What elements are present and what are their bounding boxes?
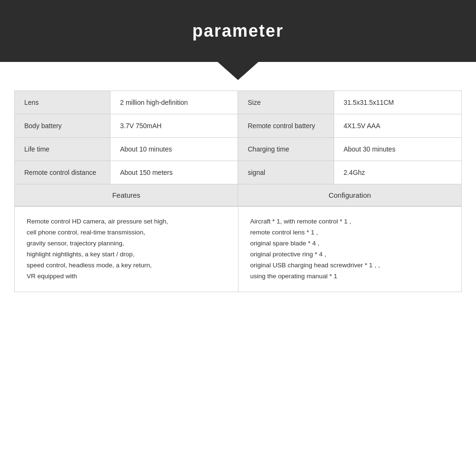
features-row: Remote control HD camera, air pressure s… xyxy=(15,207,462,292)
label-size: Size xyxy=(238,91,334,114)
value-size: 31.5x31.5x11CM xyxy=(334,91,461,114)
page-title: parameter xyxy=(192,21,284,41)
header-arrow-decoration xyxy=(217,61,259,80)
value-charging-time: About 30 minutes xyxy=(334,138,461,161)
table-row: Lens 2 million high-definition Size 31.5… xyxy=(15,91,462,114)
table-row: Body battery 3.7V 750mAH Remote control … xyxy=(15,114,462,138)
label-body-battery: Body battery xyxy=(15,114,110,138)
configuration-header: Configuration xyxy=(238,184,462,206)
configuration-text: Aircraft * 1, with remote control * 1 , … xyxy=(238,207,462,292)
value-life-time: About 10 minutes xyxy=(110,138,238,161)
features-content-text: Remote control HD camera, air pressure s… xyxy=(27,218,168,280)
value-rc-distance: About 150 meters xyxy=(110,161,238,184)
value-signal: 2.4Ghz xyxy=(334,161,461,184)
features-header: Features xyxy=(15,184,238,206)
label-rc-distance: Remote control distance xyxy=(15,161,110,184)
label-rc-battery: Remote control battery xyxy=(238,114,334,138)
label-charging-time: Charging time xyxy=(238,138,334,161)
section-header-row: Features Configuration xyxy=(15,184,462,206)
label-life-time: Life time xyxy=(15,138,110,161)
features-text: Remote control HD camera, air pressure s… xyxy=(15,207,238,292)
header-section: parameter xyxy=(0,0,476,62)
configuration-content-text: Aircraft * 1, with remote control * 1 , … xyxy=(250,218,380,280)
table-row: Life time About 10 minutes Charging time… xyxy=(15,138,462,161)
content-area: Lens 2 million high-definition Size 31.5… xyxy=(0,62,476,302)
table-row: Remote control distance About 150 meters… xyxy=(15,161,462,184)
label-lens: Lens xyxy=(15,91,110,114)
value-body-battery: 3.7V 750mAH xyxy=(110,114,238,138)
value-rc-battery: 4X1.5V AAA xyxy=(334,114,461,138)
features-table: Remote control HD camera, air pressure s… xyxy=(14,206,462,292)
value-lens: 2 million high-definition xyxy=(110,91,238,114)
label-signal: signal xyxy=(238,161,334,184)
parameters-table: Lens 2 million high-definition Size 31.5… xyxy=(14,91,462,206)
